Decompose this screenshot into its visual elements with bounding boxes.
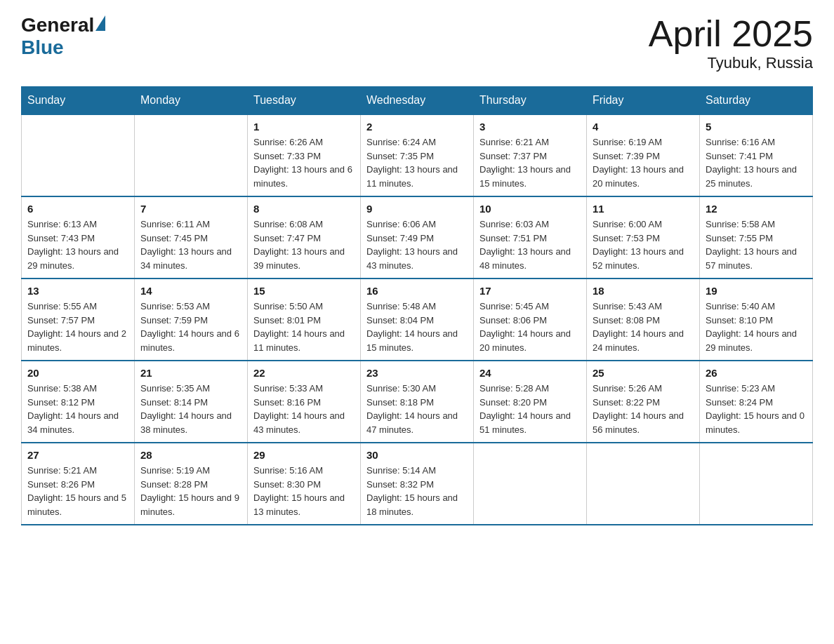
table-row: 25Sunrise: 5:26 AMSunset: 8:22 PMDayligh… bbox=[587, 361, 700, 443]
table-row bbox=[700, 443, 813, 525]
day-number: 2 bbox=[366, 121, 468, 133]
calendar-title: April 2025 bbox=[649, 14, 813, 54]
logo-blue-text: Blue bbox=[21, 36, 64, 58]
day-info: Sunrise: 5:38 AMSunset: 8:12 PMDaylight:… bbox=[27, 382, 128, 436]
page-header: General Blue April 2025 Tyubuk, Russia bbox=[21, 14, 813, 72]
table-row: 4Sunrise: 6:19 AMSunset: 7:39 PMDaylight… bbox=[587, 114, 700, 196]
table-row: 8Sunrise: 6:08 AMSunset: 7:47 PMDaylight… bbox=[248, 196, 361, 279]
day-number: 20 bbox=[27, 367, 128, 379]
day-info: Sunrise: 6:06 AMSunset: 7:49 PMDaylight:… bbox=[366, 217, 468, 272]
header-monday: Monday bbox=[135, 87, 248, 115]
day-number: 12 bbox=[706, 203, 807, 215]
table-row: 15Sunrise: 5:50 AMSunset: 8:01 PMDayligh… bbox=[248, 279, 361, 361]
table-row bbox=[587, 443, 700, 525]
header-thursday: Thursday bbox=[474, 87, 587, 115]
table-row: 29Sunrise: 5:16 AMSunset: 8:30 PMDayligh… bbox=[248, 443, 361, 525]
table-row: 26Sunrise: 5:23 AMSunset: 8:24 PMDayligh… bbox=[700, 361, 813, 443]
day-info: Sunrise: 6:08 AMSunset: 7:47 PMDaylight:… bbox=[253, 217, 355, 272]
table-row: 27Sunrise: 5:21 AMSunset: 8:26 PMDayligh… bbox=[22, 443, 135, 525]
table-row: 14Sunrise: 5:53 AMSunset: 7:59 PMDayligh… bbox=[135, 279, 248, 361]
day-number: 23 bbox=[366, 367, 468, 379]
day-info: Sunrise: 6:11 AMSunset: 7:45 PMDaylight:… bbox=[140, 217, 241, 272]
day-number: 28 bbox=[140, 449, 241, 461]
calendar-table: Sunday Monday Tuesday Wednesday Thursday… bbox=[21, 86, 813, 525]
header-tuesday: Tuesday bbox=[248, 87, 361, 115]
table-row: 11Sunrise: 6:00 AMSunset: 7:53 PMDayligh… bbox=[587, 196, 700, 279]
day-info: Sunrise: 6:24 AMSunset: 7:35 PMDaylight:… bbox=[366, 135, 468, 190]
day-number: 14 bbox=[140, 285, 241, 297]
day-info: Sunrise: 6:03 AMSunset: 7:51 PMDaylight:… bbox=[479, 217, 581, 272]
day-info: Sunrise: 5:14 AMSunset: 8:32 PMDaylight:… bbox=[366, 464, 468, 518]
day-number: 19 bbox=[706, 285, 807, 297]
day-number: 22 bbox=[253, 367, 355, 379]
day-number: 17 bbox=[479, 285, 581, 297]
day-info: Sunrise: 5:50 AMSunset: 8:01 PMDaylight:… bbox=[253, 300, 355, 354]
day-number: 10 bbox=[479, 203, 581, 215]
table-row: 22Sunrise: 5:33 AMSunset: 8:16 PMDayligh… bbox=[248, 361, 361, 443]
table-row: 17Sunrise: 5:45 AMSunset: 8:06 PMDayligh… bbox=[474, 279, 587, 361]
calendar-week-row: 27Sunrise: 5:21 AMSunset: 8:26 PMDayligh… bbox=[22, 443, 813, 525]
day-info: Sunrise: 5:26 AMSunset: 8:22 PMDaylight:… bbox=[593, 382, 694, 436]
table-row bbox=[22, 114, 135, 196]
table-row: 18Sunrise: 5:43 AMSunset: 8:08 PMDayligh… bbox=[587, 279, 700, 361]
day-number: 5 bbox=[706, 121, 807, 133]
table-row: 28Sunrise: 5:19 AMSunset: 8:28 PMDayligh… bbox=[135, 443, 248, 525]
table-row: 16Sunrise: 5:48 AMSunset: 8:04 PMDayligh… bbox=[361, 279, 474, 361]
day-number: 1 bbox=[253, 121, 355, 133]
day-info: Sunrise: 5:28 AMSunset: 8:20 PMDaylight:… bbox=[479, 382, 581, 436]
day-info: Sunrise: 5:40 AMSunset: 8:10 PMDaylight:… bbox=[706, 300, 807, 354]
table-row: 12Sunrise: 5:58 AMSunset: 7:55 PMDayligh… bbox=[700, 196, 813, 279]
table-row: 5Sunrise: 6:16 AMSunset: 7:41 PMDaylight… bbox=[700, 114, 813, 196]
calendar-week-row: 20Sunrise: 5:38 AMSunset: 8:12 PMDayligh… bbox=[22, 361, 813, 443]
day-info: Sunrise: 6:16 AMSunset: 7:41 PMDaylight:… bbox=[706, 135, 807, 190]
header-wednesday: Wednesday bbox=[361, 87, 474, 115]
day-number: 13 bbox=[27, 285, 128, 297]
table-row: 1Sunrise: 6:26 AMSunset: 7:33 PMDaylight… bbox=[248, 114, 361, 196]
day-number: 6 bbox=[27, 203, 128, 215]
day-info: Sunrise: 5:16 AMSunset: 8:30 PMDaylight:… bbox=[253, 464, 355, 518]
table-row: 30Sunrise: 5:14 AMSunset: 8:32 PMDayligh… bbox=[361, 443, 474, 525]
header-friday: Friday bbox=[587, 87, 700, 115]
day-number: 8 bbox=[253, 203, 355, 215]
header-saturday: Saturday bbox=[700, 87, 813, 115]
day-number: 18 bbox=[593, 285, 694, 297]
day-info: Sunrise: 5:58 AMSunset: 7:55 PMDaylight:… bbox=[706, 217, 807, 272]
calendar-week-row: 1Sunrise: 6:26 AMSunset: 7:33 PMDaylight… bbox=[22, 114, 813, 196]
table-row: 2Sunrise: 6:24 AMSunset: 7:35 PMDaylight… bbox=[361, 114, 474, 196]
day-number: 16 bbox=[366, 285, 468, 297]
day-info: Sunrise: 5:53 AMSunset: 7:59 PMDaylight:… bbox=[140, 300, 241, 354]
day-number: 7 bbox=[140, 203, 241, 215]
table-row bbox=[474, 443, 587, 525]
table-row: 20Sunrise: 5:38 AMSunset: 8:12 PMDayligh… bbox=[22, 361, 135, 443]
table-row: 10Sunrise: 6:03 AMSunset: 7:51 PMDayligh… bbox=[474, 196, 587, 279]
calendar-subtitle: Tyubuk, Russia bbox=[649, 54, 813, 72]
day-info: Sunrise: 6:00 AMSunset: 7:53 PMDaylight:… bbox=[593, 217, 694, 272]
day-info: Sunrise: 5:55 AMSunset: 7:57 PMDaylight:… bbox=[27, 300, 128, 354]
table-row: 19Sunrise: 5:40 AMSunset: 8:10 PMDayligh… bbox=[700, 279, 813, 361]
day-info: Sunrise: 5:23 AMSunset: 8:24 PMDaylight:… bbox=[706, 382, 807, 436]
day-number: 15 bbox=[253, 285, 355, 297]
title-section: April 2025 Tyubuk, Russia bbox=[649, 14, 813, 72]
day-info: Sunrise: 5:35 AMSunset: 8:14 PMDaylight:… bbox=[140, 382, 241, 436]
table-row: 24Sunrise: 5:28 AMSunset: 8:20 PMDayligh… bbox=[474, 361, 587, 443]
day-number: 27 bbox=[27, 449, 128, 461]
day-info: Sunrise: 5:45 AMSunset: 8:06 PMDaylight:… bbox=[479, 300, 581, 354]
table-row: 3Sunrise: 6:21 AMSunset: 7:37 PMDaylight… bbox=[474, 114, 587, 196]
header-sunday: Sunday bbox=[22, 87, 135, 115]
table-row: 23Sunrise: 5:30 AMSunset: 8:18 PMDayligh… bbox=[361, 361, 474, 443]
day-number: 9 bbox=[366, 203, 468, 215]
table-row: 21Sunrise: 5:35 AMSunset: 8:14 PMDayligh… bbox=[135, 361, 248, 443]
logo-triangle-icon bbox=[95, 15, 105, 31]
calendar-week-row: 6Sunrise: 6:13 AMSunset: 7:43 PMDaylight… bbox=[22, 196, 813, 279]
table-row: 13Sunrise: 5:55 AMSunset: 7:57 PMDayligh… bbox=[22, 279, 135, 361]
table-row: 7Sunrise: 6:11 AMSunset: 7:45 PMDaylight… bbox=[135, 196, 248, 279]
day-info: Sunrise: 6:21 AMSunset: 7:37 PMDaylight:… bbox=[479, 135, 581, 190]
day-number: 26 bbox=[706, 367, 807, 379]
day-number: 21 bbox=[140, 367, 241, 379]
day-info: Sunrise: 5:43 AMSunset: 8:08 PMDaylight:… bbox=[593, 300, 694, 354]
day-number: 4 bbox=[593, 121, 694, 133]
logo-general-text: General bbox=[21, 14, 94, 36]
day-number: 30 bbox=[366, 449, 468, 461]
day-info: Sunrise: 6:26 AMSunset: 7:33 PMDaylight:… bbox=[253, 135, 355, 190]
day-info: Sunrise: 5:30 AMSunset: 8:18 PMDaylight:… bbox=[366, 382, 468, 436]
